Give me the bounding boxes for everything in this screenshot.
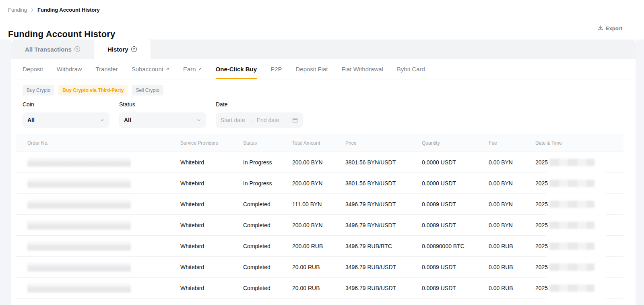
subtab-label: One-Click Buy [216, 66, 257, 73]
tab-all-transactions[interactable]: All Transactions ? [11, 39, 94, 59]
cell-service-provider: Whitebird [180, 285, 243, 291]
cell-status: Completed [243, 285, 292, 291]
cell-fee: 0.00 RUB [489, 243, 535, 249]
subtab-subaccount[interactable]: Subaccount [132, 59, 169, 79]
cell-date-time: 2025 [535, 159, 623, 166]
cell-quantity: 0.0000 USDT [422, 180, 489, 187]
cell-date-time: 2025 [535, 243, 623, 250]
table-row[interactable]: Whitebird In Progress 200.00 BYN 3801.56… [16, 173, 623, 194]
cell-fee: 0.00 BYN [489, 222, 535, 228]
pill-buy-crypto[interactable]: Buy Crypto [23, 85, 54, 95]
coin-select[interactable]: All [23, 112, 109, 128]
subtab-withdraw[interactable]: Withdraw [57, 59, 82, 79]
subtab-bybit-card[interactable]: Bybit Card [397, 59, 425, 79]
date-year: 2025 [535, 285, 548, 291]
subtab-label: Transfer [95, 66, 118, 73]
coin-filter-label: Coin [23, 101, 109, 108]
chevron-down-icon [100, 118, 105, 122]
date-year: 2025 [535, 222, 548, 228]
date-redacted [549, 243, 594, 250]
subtab-earn[interactable]: Earn [183, 59, 202, 79]
cell-date-time: 2025 [535, 201, 623, 208]
cell-service-provider: Whitebird [180, 243, 243, 249]
cell-total-amount: 200.00 BYN [292, 180, 345, 187]
subtab-one-click-buy[interactable]: One-Click Buy [216, 59, 257, 79]
help-icon[interactable]: ? [74, 46, 80, 52]
status-select-value: All [124, 117, 196, 123]
cell-quantity: 0.0089 USDT [422, 222, 489, 228]
pill-sell-crypto[interactable]: Sell Crypto [132, 85, 163, 95]
end-date-placeholder: End date [257, 117, 279, 123]
coin-select-value: All [27, 117, 100, 123]
table-row[interactable]: Whitebird Completed 111.00 BYN 3496.79 B… [16, 194, 623, 215]
date-redacted [549, 284, 594, 292]
cell-fee: 0.00 BYN [489, 201, 535, 207]
cell-quantity: 0.0089 USDT [422, 264, 489, 270]
subtab-deposit[interactable]: Deposit [23, 59, 43, 79]
cell-order-no [16, 284, 180, 293]
table-row[interactable]: Whitebird Completed 200.00 BYN 3496.79 B… [16, 215, 623, 236]
order-no-redacted [27, 179, 131, 188]
cell-price: 3496.79 BYN/USDT [345, 201, 422, 207]
col-order-no: Order No. [16, 140, 180, 146]
table-row[interactable]: Whitebird Completed 20.00 RUB 3496.79 RU… [16, 257, 623, 278]
cell-date-time: 2025 [535, 264, 623, 271]
order-no-redacted [27, 158, 131, 167]
filters: Coin All Status All Date Start date → En… [11, 95, 636, 128]
cell-status: Completed [243, 243, 292, 249]
help-icon[interactable]: ? [131, 46, 137, 52]
cell-date-time: 2025 [535, 284, 623, 292]
subtab-fiat-withdrawal[interactable]: Fiat Withdrawal [342, 59, 383, 79]
export-button[interactable]: Export [598, 25, 622, 32]
cell-status: In Progress [243, 159, 292, 166]
col-total-amount: Total Amount [292, 140, 345, 146]
cell-status: In Progress [243, 180, 292, 187]
tab-history[interactable]: History ? [94, 39, 151, 59]
date-redacted [549, 159, 594, 166]
subtab-label: Earn [183, 66, 196, 73]
date-year: 2025 [535, 264, 548, 270]
table-row[interactable]: Whitebird In Progress 200.00 BYN 3801.56… [16, 152, 623, 173]
subtab-deposit-fiat[interactable]: Deposit Fiat [295, 59, 328, 79]
cell-order-no [16, 158, 180, 167]
cell-price: 3496.79 RUB/USDT [345, 285, 422, 291]
status-select[interactable]: All [119, 112, 206, 128]
col-price: Price [345, 140, 422, 146]
chevron-right-icon [30, 8, 34, 12]
table-row[interactable]: Whitebird Completed 20.00 RUB 3496.79 RU… [16, 278, 623, 299]
date-redacted [549, 264, 594, 271]
start-date-placeholder: Start date [221, 117, 245, 123]
cell-fee: 0.00 RUB [489, 264, 535, 270]
col-quantity: Quantity [422, 140, 489, 146]
tab-all-transactions-label: All Transactions [25, 46, 72, 53]
cell-quantity: 0.00890000 BTC [422, 243, 489, 249]
subtab-p2p[interactable]: P2P [270, 59, 282, 79]
cell-service-provider: Whitebird [180, 222, 243, 228]
cell-fee: 0.00 BYN [489, 159, 535, 166]
status-filter-label: Status [119, 101, 206, 108]
pill-buy-crypto-third-party[interactable]: Buy Crypto via Third-Party [58, 85, 128, 95]
table-row[interactable]: Whitebird Completed 200.00 RUB 3496.79 R… [16, 236, 623, 257]
chevron-down-icon [196, 118, 201, 122]
date-redacted [549, 180, 594, 187]
date-range-input[interactable]: Start date → End date [216, 112, 303, 128]
cell-order-no [16, 263, 180, 272]
crypto-type-pills: Buy Crypto Buy Crypto via Third-Party Se… [11, 79, 636, 95]
table-header: Order No. Service Providers Status Total… [16, 134, 623, 152]
cell-service-provider: Whitebird [180, 201, 243, 207]
cell-quantity: 0.0000 USDT [422, 159, 489, 166]
cell-price: 3496.79 RUB/BTC [345, 243, 422, 249]
page-title: Funding Account History [8, 29, 116, 39]
coin-filter: Coin All [23, 101, 109, 128]
date-redacted [549, 222, 594, 229]
external-link-icon [198, 67, 202, 71]
cell-service-provider: Whitebird [180, 159, 243, 166]
col-date-time: Date & Time [535, 140, 623, 146]
cell-total-amount: 111.00 BYN [292, 201, 345, 207]
breadcrumb-funding-link[interactable]: Funding [8, 7, 27, 13]
cell-status: Completed [243, 222, 292, 228]
cell-quantity: 0.0089 USDT [422, 201, 489, 207]
export-label: Export [606, 25, 622, 31]
subtab-label: Deposit Fiat [295, 66, 328, 73]
subtab-transfer[interactable]: Transfer [95, 59, 118, 79]
